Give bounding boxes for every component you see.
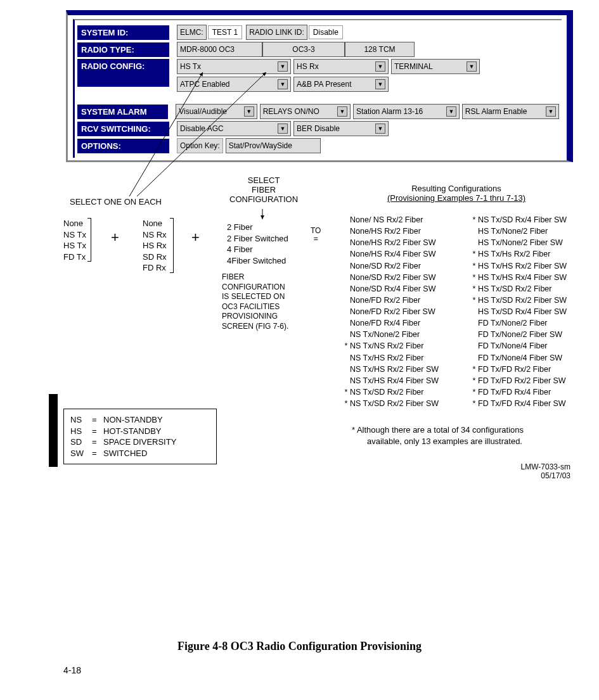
config-item: *HS Tx/HS Rx/4 Fiber SW <box>470 272 567 283</box>
page-number: 4-18 <box>63 665 81 675</box>
config-item: FD Tx/None/4 Fiber <box>470 340 567 352</box>
plus-2: + <box>191 229 200 246</box>
results-title: Resulting Configurations (Provisioning E… <box>364 184 548 203</box>
radio-type-b[interactable]: OC3-3 <box>262 42 345 57</box>
config-item: None/FD Rx/2 Fiber SW <box>342 306 439 317</box>
pa-select[interactable]: A&B PA Present ▼ <box>293 77 389 92</box>
chevron-down-icon: ▼ <box>546 106 556 117</box>
tx-list: None NS Tx HS Tx FD Tx <box>63 218 86 262</box>
config-item: FD Tx/None/2 Fiber <box>470 317 567 329</box>
config-item: NS Tx/HS Rx/2 Fiber <box>342 352 439 364</box>
config-item: HS Tx/SD Rx/4 Fiber SW <box>470 306 567 317</box>
chevron-down-icon: ▼ <box>446 106 456 117</box>
chevron-down-icon: ▼ <box>337 106 347 117</box>
config-item: HS Tx/None/2 Fiber SW <box>470 237 567 248</box>
config-item: NS Tx/None/2 Fiber <box>342 329 439 340</box>
label-options: OPTIONS: <box>77 139 169 153</box>
config-item: None/ NS Rx/2 Fiber <box>342 214 439 226</box>
config-item: None/SD Rx/2 Fiber SW <box>342 272 439 283</box>
config-list-left: None/ NS Rx/2 FiberNone/HS Rx/2 FiberNon… <box>342 214 439 409</box>
legend-row: SD=SPACE DIVERSITY <box>70 436 210 448</box>
legend-row: HS=HOT-STANDBY <box>70 426 210 437</box>
config-item: NS Tx/HS Rx/2 Fiber SW <box>342 364 439 375</box>
radio-type-c[interactable]: 128 TCM <box>345 42 415 57</box>
document-id: LMW-7033-sm 05/17/03 <box>501 462 570 480</box>
label-system-alarm: SYSTEM ALARM <box>77 105 168 119</box>
label-radio-type: RADIO TYPE: <box>77 42 169 57</box>
chevron-down-icon: ▼ <box>375 61 385 72</box>
terminal-select[interactable]: TERMINAL ▼ <box>391 59 480 74</box>
config-item: None/FD Rx/2 Fiber <box>342 295 439 306</box>
rsl-alarm-select[interactable]: RSL Alarm Enable ▼ <box>462 104 559 119</box>
station-alarm-select[interactable]: Station Alarm 13-16 ▼ <box>353 104 460 119</box>
visual-audible-select[interactable]: Visual/Audible ▼ <box>176 104 257 119</box>
config-item: *FD Tx/FD Rx/4 Fiber SW <box>470 398 567 409</box>
config-item: None/SD Rx/2 Fiber <box>342 260 439 272</box>
label-system-id: SYSTEM ID: <box>77 25 169 40</box>
hs-tx-select[interactable]: HS Tx ▼ <box>177 59 291 74</box>
elmc-value[interactable]: TEST 1 <box>208 25 242 39</box>
chevron-down-icon: ▼ <box>375 124 385 134</box>
atpc-select[interactable]: ATPC Enabled ▼ <box>177 77 291 92</box>
config-item: *NS Tx/SD Rx/2 Fiber <box>342 386 439 398</box>
config-item: *HS Tx/SD Rx/2 Fiber SW <box>470 295 567 306</box>
elmc-label: ELMC: <box>177 25 207 40</box>
legend-box: NS=NON-STANDBYHS=HOT-STANDBYSD=SPACE DIV… <box>63 409 217 464</box>
ber-select[interactable]: BER Disable ▼ <box>293 121 389 136</box>
asterisk-note: * Although there are a total of 34 confi… <box>352 424 567 447</box>
label-radio-config: RADIO CONFIG: <box>77 59 169 87</box>
select-one-header: SELECT ONE ON EACH <box>70 198 162 207</box>
relays-select[interactable]: RELAYS ON/NO ▼ <box>260 104 351 119</box>
fiber-header: SELECT FIBER CONFIGURATION <box>229 176 298 205</box>
chevron-down-icon: ▼ <box>375 79 385 89</box>
option-key-value[interactable]: Stat/Prov/WaySide <box>226 138 321 153</box>
fiber-note: FIBER CONFIGURATION IS SELECTED ON OC3 F… <box>222 272 288 332</box>
config-item: None/FD Rx/4 Fiber <box>342 317 439 329</box>
config-item: NS Tx/HS Rx/4 Fiber SW <box>342 375 439 386</box>
plus-1: + <box>111 229 119 246</box>
chevron-down-icon: ▼ <box>278 61 288 72</box>
legend-row: SW=SWITCHED <box>70 448 210 459</box>
config-item: None/HS Rx/2 Fiber <box>342 226 439 237</box>
rx-list: None NS Rx HS Rx SD Rx FD Rx <box>143 218 167 274</box>
config-item: None/SD Rx/4 Fiber SW <box>342 283 439 295</box>
config-item: *FD Tx/FD Rx/2 Fiber SW <box>470 375 567 386</box>
config-item: *NS Tx/SD Rx/2 Fiber SW <box>342 398 439 409</box>
option-key-label: Option Key: <box>177 138 223 153</box>
config-item: *FD Tx/FD Rx/2 Fiber <box>470 364 567 375</box>
agc-select[interactable]: Disable AGC ▼ <box>177 121 291 136</box>
radio-link-id-label: RADIO LINK ID: <box>246 25 307 40</box>
config-item: *FD Tx/FD Rx/4 Fiber <box>470 386 567 398</box>
chevron-down-icon: ▼ <box>278 124 288 134</box>
legend-row: NS=NON-STANDBY <box>70 414 210 426</box>
hs-rx-select[interactable]: HS Rx ▼ <box>293 59 389 74</box>
config-item: *NS Tx/NS Rx/2 Fiber <box>342 340 439 352</box>
config-item: *HS Tx/SD Rx/2 Fiber <box>470 283 567 295</box>
config-list-right: *NS Tx/SD Rx/4 Fiber SWHS Tx/None/2 Fibe… <box>470 214 567 409</box>
config-item: FD Tx/None/4 Fiber SW <box>470 352 567 364</box>
config-item: None/HS Rx/4 Fiber SW <box>342 248 439 260</box>
config-panel: SYSTEM ID: ELMC: TEST 1 RADIO LINK ID: D… <box>66 10 573 162</box>
config-item: *NS Tx/SD Rx/4 Fiber SW <box>470 214 567 226</box>
to-equals: TO = <box>311 227 321 243</box>
bracket-line <box>91 218 91 261</box>
config-item: *HS Tx/Hs Rx/2 Fiber <box>470 248 567 260</box>
chevron-down-icon: ▼ <box>467 61 477 72</box>
config-item: HS Tx/None/2 Fiber <box>470 226 567 237</box>
figure-caption: Figure 4-8 OC3 Radio Configuration Provi… <box>0 640 599 653</box>
fiber-list: 2 Fiber 2 Fiber Switched 4 Fiber 4Fiber … <box>227 222 288 266</box>
chevron-down-icon: ▼ <box>244 106 254 117</box>
label-rcv-switching: RCV SWITCHING: <box>77 122 169 136</box>
config-item: *HS Tx/HS Rx/2 Fiber SW <box>470 260 567 272</box>
side-page-tab <box>49 394 58 467</box>
chevron-down-icon: ▼ <box>278 79 288 89</box>
radio-link-id-value[interactable]: Disable <box>309 25 343 39</box>
radio-type-a[interactable]: MDR-8000 OC3 <box>177 42 262 57</box>
config-item: FD Tx/None/2 Fiber SW <box>470 329 567 340</box>
config-item: None/HS Rx/2 Fiber SW <box>342 237 439 248</box>
